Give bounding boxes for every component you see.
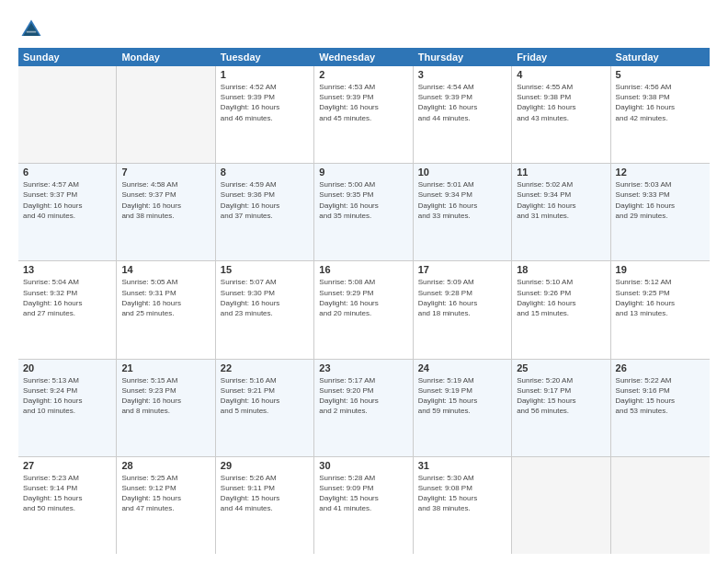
day-info: Sunrise: 5:00 AM Sunset: 9:35 PM Dayligh… [319, 179, 407, 221]
day-number: 8 [221, 167, 309, 178]
header-friday: Friday [512, 48, 610, 66]
calendar-cell: 10Sunrise: 5:01 AM Sunset: 9:34 PM Dayli… [414, 164, 512, 260]
day-info: Sunrise: 4:57 AM Sunset: 9:37 PM Dayligh… [23, 179, 111, 221]
day-number: 2 [319, 69, 407, 80]
calendar-cell: 2Sunrise: 4:53 AM Sunset: 9:39 PM Daylig… [314, 66, 413, 163]
day-number: 29 [221, 460, 309, 471]
header-sunday: Sunday [18, 48, 117, 66]
day-number: 23 [319, 362, 407, 373]
calendar-cell: 1Sunrise: 4:52 AM Sunset: 9:39 PM Daylig… [216, 66, 314, 163]
day-number: 31 [418, 460, 506, 471]
day-info: Sunrise: 5:02 AM Sunset: 9:34 PM Dayligh… [517, 179, 605, 221]
day-number: 5 [616, 69, 705, 80]
day-info: Sunrise: 5:15 AM Sunset: 9:23 PM Dayligh… [121, 375, 210, 417]
day-info: Sunrise: 5:23 AM Sunset: 9:14 PM Dayligh… [23, 473, 111, 514]
day-number: 30 [319, 460, 407, 471]
day-number: 27 [23, 460, 111, 471]
calendar-cell: 23Sunrise: 5:17 AM Sunset: 9:20 PM Dayli… [314, 360, 413, 456]
day-info: Sunrise: 5:12 AM Sunset: 9:25 PM Dayligh… [616, 277, 705, 318]
calendar-cell: 8Sunrise: 4:59 AM Sunset: 9:36 PM Daylig… [216, 164, 314, 260]
day-info: Sunrise: 4:56 AM Sunset: 9:38 PM Dayligh… [616, 82, 705, 123]
calendar-cell: 9Sunrise: 5:00 AM Sunset: 9:35 PM Daylig… [314, 164, 413, 260]
day-number: 14 [121, 264, 210, 275]
day-info: Sunrise: 5:05 AM Sunset: 9:31 PM Dayligh… [121, 277, 210, 318]
calendar-cell: 26Sunrise: 5:22 AM Sunset: 9:16 PM Dayli… [611, 360, 710, 456]
calendar-cell: 25Sunrise: 5:20 AM Sunset: 9:17 PM Dayli… [512, 360, 610, 456]
day-info: Sunrise: 5:25 AM Sunset: 9:12 PM Dayligh… [121, 473, 210, 514]
day-number: 1 [221, 69, 309, 80]
day-number: 20 [23, 362, 111, 373]
day-info: Sunrise: 5:17 AM Sunset: 9:20 PM Dayligh… [319, 375, 407, 417]
day-number: 15 [221, 264, 309, 275]
day-number: 25 [517, 362, 605, 373]
calendar-row-4: 20Sunrise: 5:13 AM Sunset: 9:24 PM Dayli… [18, 360, 710, 457]
day-info: Sunrise: 5:10 AM Sunset: 9:26 PM Dayligh… [517, 277, 605, 318]
calendar-cell: 4Sunrise: 4:55 AM Sunset: 9:38 PM Daylig… [512, 66, 610, 163]
calendar-cell: 24Sunrise: 5:19 AM Sunset: 9:19 PM Dayli… [414, 360, 512, 456]
day-info: Sunrise: 5:04 AM Sunset: 9:32 PM Dayligh… [23, 277, 111, 318]
day-number: 11 [517, 167, 605, 178]
calendar-cell: 29Sunrise: 5:26 AM Sunset: 9:11 PM Dayli… [216, 457, 314, 554]
calendar-cell: 7Sunrise: 4:58 AM Sunset: 9:37 PM Daylig… [117, 164, 215, 260]
day-info: Sunrise: 5:03 AM Sunset: 9:33 PM Dayligh… [616, 179, 705, 221]
day-info: Sunrise: 5:08 AM Sunset: 9:29 PM Dayligh… [319, 277, 407, 318]
day-info: Sunrise: 5:26 AM Sunset: 9:11 PM Dayligh… [221, 473, 309, 514]
calendar-cell [611, 457, 710, 554]
calendar-header: Sunday Monday Tuesday Wednesday Thursday… [18, 48, 710, 66]
day-number: 13 [23, 264, 111, 275]
calendar: Sunday Monday Tuesday Wednesday Thursday… [18, 48, 710, 554]
calendar-cell: 11Sunrise: 5:02 AM Sunset: 9:34 PM Dayli… [512, 164, 610, 260]
calendar-cell: 17Sunrise: 5:09 AM Sunset: 9:28 PM Dayli… [414, 261, 512, 358]
calendar-cell: 21Sunrise: 5:15 AM Sunset: 9:23 PM Dayli… [117, 360, 215, 456]
header [18, 17, 710, 42]
day-number: 12 [616, 167, 705, 178]
day-number: 28 [121, 460, 210, 471]
calendar-row-3: 13Sunrise: 5:04 AM Sunset: 9:32 PM Dayli… [18, 261, 710, 359]
logo-icon [18, 17, 44, 42]
calendar-cell: 14Sunrise: 5:05 AM Sunset: 9:31 PM Dayli… [117, 261, 215, 358]
day-info: Sunrise: 5:22 AM Sunset: 9:16 PM Dayligh… [616, 375, 705, 417]
calendar-cell: 12Sunrise: 5:03 AM Sunset: 9:33 PM Dayli… [611, 164, 710, 260]
day-number: 16 [319, 264, 407, 275]
header-wednesday: Wednesday [314, 48, 413, 66]
day-info: Sunrise: 5:13 AM Sunset: 9:24 PM Dayligh… [23, 375, 111, 417]
day-info: Sunrise: 5:01 AM Sunset: 9:34 PM Dayligh… [418, 179, 506, 221]
day-number: 26 [616, 362, 705, 373]
calendar-cell [18, 66, 117, 163]
calendar-cell: 20Sunrise: 5:13 AM Sunset: 9:24 PM Dayli… [18, 360, 117, 456]
calendar-cell: 3Sunrise: 4:54 AM Sunset: 9:39 PM Daylig… [414, 66, 512, 163]
calendar-cell: 15Sunrise: 5:07 AM Sunset: 9:30 PM Dayli… [216, 261, 314, 358]
calendar-cell [512, 457, 610, 554]
day-info: Sunrise: 4:55 AM Sunset: 9:38 PM Dayligh… [517, 82, 605, 123]
day-number: 9 [319, 167, 407, 178]
calendar-row-2: 6Sunrise: 4:57 AM Sunset: 9:37 PM Daylig… [18, 164, 710, 261]
day-number: 4 [517, 69, 605, 80]
day-info: Sunrise: 4:54 AM Sunset: 9:39 PM Dayligh… [418, 82, 506, 123]
day-number: 22 [221, 362, 309, 373]
day-number: 21 [121, 362, 210, 373]
day-number: 18 [517, 264, 605, 275]
day-number: 19 [616, 264, 705, 275]
calendar-cell: 19Sunrise: 5:12 AM Sunset: 9:25 PM Dayli… [611, 261, 710, 358]
calendar-cell: 16Sunrise: 5:08 AM Sunset: 9:29 PM Dayli… [314, 261, 413, 358]
calendar-cell: 30Sunrise: 5:28 AM Sunset: 9:09 PM Dayli… [314, 457, 413, 554]
logo [18, 17, 48, 42]
day-number: 3 [418, 69, 506, 80]
calendar-cell [117, 66, 215, 163]
day-info: Sunrise: 5:19 AM Sunset: 9:19 PM Dayligh… [418, 375, 506, 417]
day-info: Sunrise: 4:59 AM Sunset: 9:36 PM Dayligh… [221, 179, 309, 221]
header-saturday: Saturday [611, 48, 710, 66]
day-number: 24 [418, 362, 506, 373]
page: Sunday Monday Tuesday Wednesday Thursday… [0, 0, 728, 563]
calendar-cell: 18Sunrise: 5:10 AM Sunset: 9:26 PM Dayli… [512, 261, 610, 358]
calendar-cell: 5Sunrise: 4:56 AM Sunset: 9:38 PM Daylig… [611, 66, 710, 163]
header-tuesday: Tuesday [216, 48, 314, 66]
day-info: Sunrise: 5:28 AM Sunset: 9:09 PM Dayligh… [319, 473, 407, 514]
calendar-cell: 31Sunrise: 5:30 AM Sunset: 9:08 PM Dayli… [414, 457, 512, 554]
day-info: Sunrise: 5:30 AM Sunset: 9:08 PM Dayligh… [418, 473, 506, 514]
calendar-row-5: 27Sunrise: 5:23 AM Sunset: 9:14 PM Dayli… [18, 457, 710, 554]
day-info: Sunrise: 4:53 AM Sunset: 9:39 PM Dayligh… [319, 82, 407, 123]
day-info: Sunrise: 5:09 AM Sunset: 9:28 PM Dayligh… [418, 277, 506, 318]
day-info: Sunrise: 5:07 AM Sunset: 9:30 PM Dayligh… [221, 277, 309, 318]
day-number: 17 [418, 264, 506, 275]
